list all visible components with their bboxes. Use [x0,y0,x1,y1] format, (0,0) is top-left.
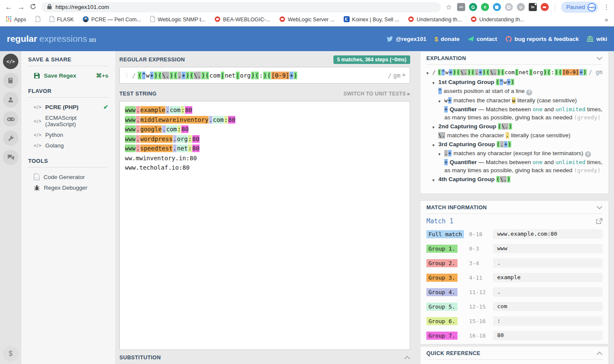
browser-menu-icon[interactable]: ⋮ [603,4,610,10]
bookmark-koinex-buy-sell[interactable]: Koinex | Buy, Sell ... [344,16,400,23]
code-icon: </> [34,105,41,110]
test-line: www.google.com:80 [125,124,405,134]
nav-donate[interactable]: $donate [434,35,460,43]
sidebar-item-ecmascript-javascript[interactable]: </>ECMAScript (JavaScript) [28,113,108,130]
explanation-segment: + [448,150,452,156]
forward-icon[interactable]: → [17,3,25,11]
blue-extension-icon[interactable] [493,3,501,11]
reload-icon[interactable] [30,3,36,11]
export-match-icon[interactable] [596,218,602,224]
bookmark-weblogic-server[interactable]: WebLogic Server ... [279,16,335,23]
address-bar[interactable]: https://regex101.com [41,2,441,12]
regex-token: w [445,69,449,75]
bookmark-pcre-perl-com[interactable]: PCRE — Perl Com... [83,16,141,23]
drag-handle-icon[interactable]: ⋮ [124,72,130,78]
flag-icon[interactable]: ⚑ [402,72,405,78]
code-extension-icon[interactable]: </> [457,3,465,11]
regex-expression-text[interactable]: (^w+)(\.)(.+)(\.)(com|net|org)(:)([0-9]+… [138,72,298,79]
collapse-arrow-icon[interactable]: ▾ [426,69,429,77]
regex-token: + [182,72,185,79]
regex-flags-area[interactable]: / gm ⚑ [388,72,405,79]
rail-user-icon[interactable] [3,92,18,107]
url-text[interactable]: https://regex101.com [55,4,109,10]
sidebar-item-golang[interactable]: </>Golang [28,140,108,151]
explanation-segment: matches any character (except for line t… [452,150,585,156]
nav-regex101[interactable]: @regex101 [386,36,426,42]
sidebar-item-code-generator[interactable]: </>Code Generator [28,171,108,182]
regex-token: ( [174,72,177,79]
collapse-arrow-icon[interactable]: ▾ [432,79,434,87]
sidebar-item-pcre-php[interactable]: </>PCRE (PHP)✔ [28,101,108,113]
regex-token: ( [501,69,504,75]
bookmark-label: Understanding th... [479,17,524,23]
collapse-arrow-icon[interactable]: ▾ [432,176,434,184]
rail-gamepad-icon[interactable] [3,111,18,127]
ublock-extension-icon[interactable]: U [517,3,525,11]
regex-token: ( [190,72,193,79]
switch-to-unit-tests-link[interactable]: SWITCH TO UNIT TESTS ▸ [344,91,410,97]
explanation-segment: ) [509,123,512,130]
test-string-textarea[interactable]: www.example.com:80www.middlewareinventor… [119,101,410,350]
oracle-icon [279,16,285,23]
donate-dollar-icon[interactable]: $ [3,346,18,361]
match-group-badge: Full match [426,230,464,238]
nav-label: contact [477,36,497,42]
bookmark-bea-weblogic[interactable]: BEA-WEBLOGIC-... [214,16,270,23]
bookmark-flask[interactable]: FLASK [49,16,74,23]
chevron-down-icon[interactable] [597,57,602,60]
test-segment: . [173,144,177,152]
red-extension-icon[interactable] [541,3,549,11]
chevron-up-icon[interactable] [597,352,602,355]
explanation-segment: unlimited [555,106,585,113]
match-label-cell: Full match [426,231,469,237]
site-logo[interactable]: regular expressions 101 [7,34,96,44]
rail-code-icon[interactable]: </> [3,54,18,69]
substitution-header[interactable]: SUBSTITUTION [119,355,410,364]
toolbar-divider [555,3,555,11]
evernote-extension-icon[interactable]: e [481,3,489,11]
collapse-arrow-icon[interactable]: ▾ [438,97,440,105]
explanation-segment: and [542,106,555,113]
regex-token: net [519,69,529,75]
bookmark-star-icon[interactable]: ☆ [446,4,452,11]
rail-book-icon[interactable] [3,73,18,88]
nav-label: @regex101 [396,36,426,42]
grammarly-extension-icon[interactable]: G [469,3,477,11]
collapse-arrow-icon[interactable]: ▾ [438,150,440,158]
sidebar-item-save-regex[interactable]: Save Regex⌘+s [28,70,108,81]
nav-wiki[interactable]: wiki [587,36,607,42]
bookmark-page[interactable] [35,16,41,23]
menu-item-label: ECMAScript (JavaScript) [45,115,108,127]
test-segment: . [136,106,139,114]
selenium-extension-icon[interactable]: Se [529,3,537,11]
bookmark-weblogic-snmp-t[interactable]: WebLogic SNMP t... [150,16,206,23]
help-icon[interactable]: ? [526,90,532,95]
sidebar-item-regex-debugger[interactable]: Regex Debugger [28,182,108,193]
chevron-up-icon[interactable] [404,356,410,359]
paused-extension-pill[interactable]: Paused mw(i) [561,2,598,13]
icon-rail: </> $ [0,51,21,364]
sidebar-item-python[interactable]: </>Python [28,130,108,140]
gray-extension-icon[interactable] [505,3,513,11]
regex-flags[interactable]: gm [393,72,400,79]
back-icon[interactable]: ← [5,3,12,11]
match-group-badge: Group 4. [426,288,458,296]
help-icon[interactable]: ? [585,151,591,157]
nav-bug-reports-feedback[interactable]: bug reports & feedback [505,36,579,42]
bookmark-understanding-th[interactable]: Understanding th... [408,16,462,23]
explanation-segment: literally (case sensitive) [510,132,571,139]
regex-input[interactable]: ⋮ / (^w+)(\.)(.+)(\.)(com|net|org)(:)([0… [119,67,410,84]
nav-contact[interactable]: contact [468,36,497,42]
collapse-arrow-icon[interactable]: ▾ [432,123,434,131]
bookmark-label: FLASK [57,17,74,23]
regex-token: ) [467,69,471,75]
rail-chat-icon[interactable] [3,150,18,165]
bookmarks-overflow-icon[interactable]: » [605,16,608,23]
rail-wrench-icon[interactable] [3,130,18,146]
bookmark-understanding-th[interactable]: Understanding th... [471,16,524,23]
collapse-arrow-icon[interactable]: ▾ [432,141,434,149]
explanation-segment: one [533,106,542,113]
chevron-down-icon[interactable] [597,206,602,209]
bookmark-apps[interactable]: Apps [6,16,26,23]
explanation-open-delimiter: / [432,69,436,75]
